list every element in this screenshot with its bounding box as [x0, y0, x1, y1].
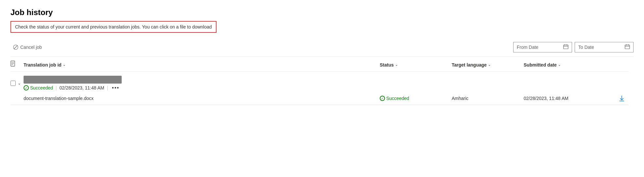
to-date-input[interactable]: To Date	[575, 42, 634, 52]
toolbar-divider	[10, 56, 634, 57]
col-header-job-id-sort-icon: ⌄	[63, 63, 65, 67]
job-row-expand-button[interactable]: ⌄	[17, 80, 22, 86]
toolbar-right: From Date To Date	[513, 42, 634, 52]
svg-rect-4	[625, 45, 630, 49]
col-header-submitted-date[interactable]: Submitted date ⌄	[524, 62, 615, 68]
col-header-target-language[interactable]: Target language ⌄	[452, 62, 524, 68]
info-banner: Check the status of your current and pre…	[10, 21, 217, 33]
table-container: Translation job id ⌄ Status ⌄ Target lan…	[10, 58, 634, 105]
page-title: Job history	[10, 8, 634, 17]
job-row-checkbox[interactable]	[10, 81, 16, 86]
toolbar: Cancel job From Date To Date	[10, 39, 634, 55]
info-text: Check the status of your current and pre…	[15, 24, 212, 30]
cancel-job-button[interactable]: Cancel job	[10, 43, 44, 51]
col-header-submitted-date-label: Submitted date	[524, 62, 557, 68]
job-more-options-button[interactable]: •••	[111, 85, 121, 91]
to-date-label: To Date	[578, 45, 622, 50]
col-header-status-label: Status	[380, 62, 394, 68]
table-header: Translation job id ⌄ Status ⌄ Target lan…	[10, 58, 628, 72]
from-date-label: From Date	[517, 45, 561, 50]
col-header-job-id-label: Translation job id	[24, 62, 61, 68]
col-header-submitted-date-sort-icon: ⌄	[558, 63, 561, 67]
select-all-checkbox-area	[10, 61, 24, 69]
file-date: 02/28/2023, 11:48 AM	[524, 96, 615, 101]
col-header-status[interactable]: Status ⌄	[380, 62, 452, 68]
to-date-calendar-icon	[625, 44, 630, 50]
job-status-text: Succeeded	[30, 85, 53, 90]
table-body: ⌄ ✓ Succeeded | 02/28/2023, 11:48 AM |	[10, 72, 628, 105]
job-id-block: ✓ Succeeded | 02/28/2023, 11:48 AM | •••	[24, 76, 628, 91]
file-name: document-translation-sample.docx	[24, 96, 380, 101]
col-header-job-id[interactable]: Translation job id ⌄	[24, 62, 380, 68]
document-icon	[10, 62, 16, 69]
pipe-separator-1: |	[56, 85, 57, 90]
file-language: Amharic	[452, 96, 524, 101]
from-date-calendar-icon	[563, 44, 568, 50]
job-row-controls: ⌄	[10, 80, 24, 86]
col-header-status-sort-icon: ⌄	[395, 63, 398, 67]
job-status-line: ✓ Succeeded | 02/28/2023, 11:48 AM | •••	[24, 85, 628, 91]
succeeded-check-icon: ✓	[24, 85, 29, 90]
file-succeeded-check-icon: ✓	[380, 96, 385, 101]
file-status: ✓ Succeeded	[380, 96, 452, 101]
job-status-date: 02/28/2023, 11:48 AM	[60, 85, 104, 90]
svg-rect-0	[564, 45, 568, 49]
job-id-redacted	[24, 76, 122, 84]
col-header-target-language-label: Target language	[452, 62, 487, 68]
toolbar-left: Cancel job	[10, 43, 44, 51]
cancel-icon	[13, 45, 18, 50]
file-download-button[interactable]	[615, 95, 628, 101]
table-row: ⌄ ✓ Succeeded | 02/28/2023, 11:48 AM |	[10, 72, 628, 105]
job-row-header: ⌄ ✓ Succeeded | 02/28/2023, 11:48 AM |	[10, 72, 628, 92]
job-status-succeeded: ✓ Succeeded	[24, 85, 53, 90]
file-status-text: Succeeded	[386, 96, 409, 101]
pipe-separator-2: |	[107, 85, 108, 90]
cancel-job-label: Cancel job	[20, 45, 42, 50]
file-row: document-translation-sample.docx ✓ Succe…	[10, 92, 628, 105]
col-header-target-language-sort-icon: ⌄	[488, 63, 491, 67]
from-date-input[interactable]: From Date	[513, 42, 572, 52]
